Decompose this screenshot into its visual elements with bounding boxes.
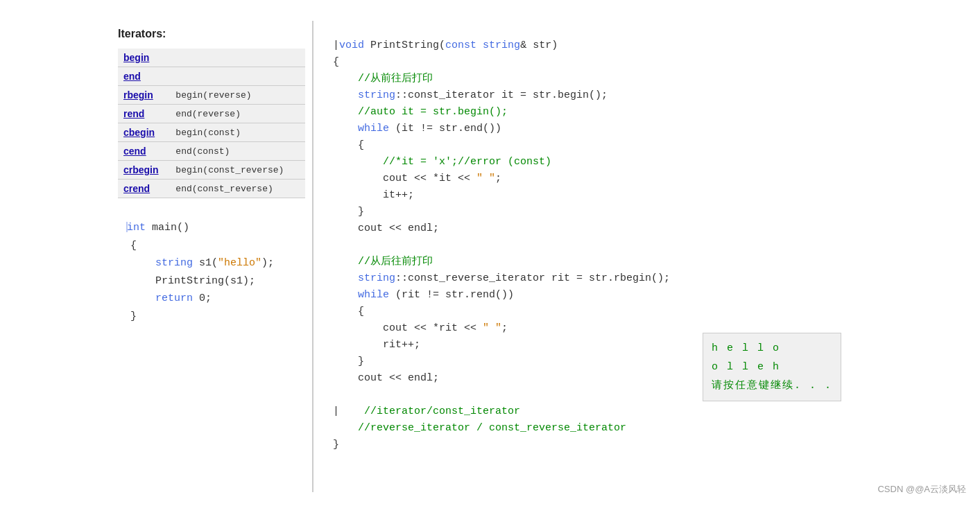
- iter-desc-rend: end(reverse): [170, 105, 305, 123]
- bottom-left-code: ⎹int main() { string s1("hello"); PrintS…: [118, 219, 305, 325]
- iter-desc-crbegin: begin(const_reverse): [170, 161, 305, 180]
- iter-name-end[interactable]: end: [118, 67, 170, 86]
- list-item: rbegin begin(reverse): [118, 86, 305, 105]
- list-item: crbegin begin(const_reverse): [118, 161, 305, 180]
- iter-desc-crend: end(const_reverse): [170, 180, 305, 198]
- iter-name-cend[interactable]: cend: [118, 142, 170, 161]
- terminal-line-3: 请按任意键继续. . .: [712, 376, 832, 395]
- list-item: cend end(const): [118, 142, 305, 161]
- iter-desc-cend: end(const): [170, 142, 305, 161]
- code-block: |void PrintString(const string& str) { /…: [333, 21, 966, 470]
- iter-name-cbegin[interactable]: cbegin: [118, 123, 170, 142]
- iterators-title: Iterators:: [118, 28, 305, 40]
- terminal-line-1: h e l l o: [712, 339, 832, 358]
- iterator-table: begin end rbegin begin(reverse) rend end…: [118, 49, 305, 198]
- iter-desc-rbegin: begin(reverse): [170, 86, 305, 105]
- list-item: cbegin begin(const): [118, 123, 305, 142]
- list-item: end: [118, 67, 305, 86]
- iter-desc-end: [170, 67, 305, 86]
- iter-name-crbegin[interactable]: crbegin: [118, 161, 170, 180]
- iter-desc-begin: [170, 49, 305, 67]
- terminal-output: h e l l o o l l e h 请按任意键继续. . .: [703, 333, 841, 401]
- list-item: rend end(reverse): [118, 105, 305, 123]
- list-item: crend end(const_reverse): [118, 180, 305, 198]
- iter-desc-cbegin: begin(const): [170, 123, 305, 142]
- iter-name-begin[interactable]: begin: [118, 49, 170, 67]
- watermark: CSDN @@A云淡风轻: [877, 483, 966, 496]
- iter-name-crend[interactable]: crend: [118, 180, 170, 198]
- list-item: begin: [118, 49, 305, 67]
- iter-name-rbegin[interactable]: rbegin: [118, 86, 170, 105]
- iter-name-rend[interactable]: rend: [118, 105, 170, 123]
- terminal-line-2: o l l e h: [712, 358, 832, 376]
